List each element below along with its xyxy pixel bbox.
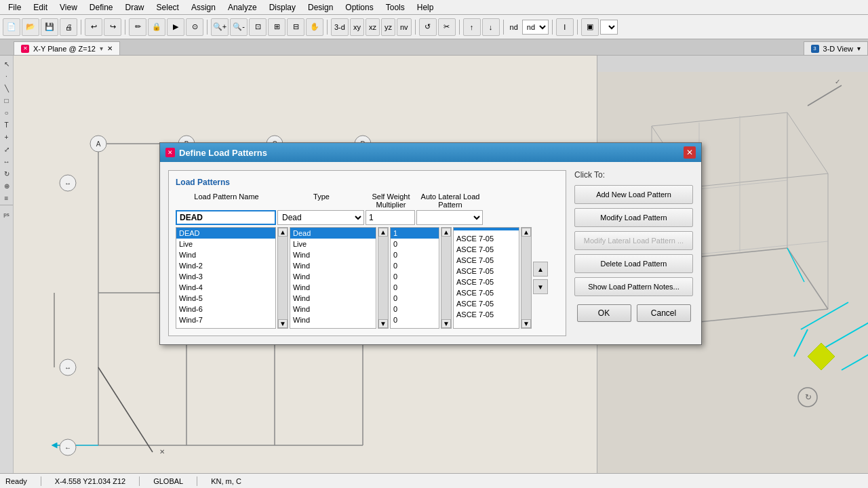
tab-3d-view[interactable]: 3 3-D View ▾ bbox=[804, 41, 868, 55]
toolbar-nd-select[interactable]: nd bbox=[522, 20, 549, 35]
tab-xy-close[interactable]: ▾ bbox=[100, 45, 103, 52]
list-item-wind6-type[interactable]: Wind bbox=[290, 304, 376, 314]
allp-scroll-down[interactable]: ▼ bbox=[521, 319, 531, 328]
tool-ps[interactable]: ps bbox=[1, 209, 12, 220]
list-item-wind6-allp[interactable]: ASCE 7-05 bbox=[454, 287, 519, 298]
menu-analyze[interactable]: Analyze bbox=[222, 1, 262, 14]
list-item-wind7-type[interactable]: Wind bbox=[290, 314, 376, 325]
tool-circle[interactable]: ○ bbox=[1, 107, 12, 118]
toolbar-circle[interactable]: ⊙ bbox=[186, 18, 203, 36]
list-item-wind5-allp[interactable]: ASCE 7-05 bbox=[454, 277, 519, 287]
toolbar-undo[interactable]: ↩ bbox=[85, 18, 102, 36]
list-item-wind4-allp[interactable]: ASCE 7-05 bbox=[454, 266, 519, 277]
name-scroll-down[interactable]: ▼ bbox=[278, 319, 288, 328]
toolbar-save[interactable]: 💾 bbox=[41, 18, 58, 36]
list-item-wind7-swm[interactable]: 0 bbox=[391, 314, 439, 325]
toolbar-print[interactable]: 🖨 bbox=[60, 18, 77, 36]
toolbar-down-arrow[interactable]: ↓ bbox=[482, 18, 500, 36]
list-item-wind5-name[interactable]: Wind-5 bbox=[176, 293, 275, 304]
swm-scroll-up[interactable]: ▲ bbox=[441, 228, 451, 237]
toolbar-up-arrow[interactable]: ↑ bbox=[463, 18, 481, 36]
toolbar-restore[interactable]: ↺ bbox=[419, 18, 437, 36]
list-item-wind7-allp[interactable]: ASCE 7-05 bbox=[454, 298, 519, 309]
show-load-pattern-notes-button[interactable]: Show Load Pattern Notes... bbox=[574, 277, 693, 296]
menu-options[interactable]: Options bbox=[340, 1, 378, 14]
list-item-wind3-allp[interactable]: ASCE 7-05 bbox=[454, 255, 519, 266]
toolbar-display1[interactable]: ▣ bbox=[581, 18, 599, 36]
list-col-types[interactable]: Dead Live Wind Wind Wind Wind Wind Wind … bbox=[290, 227, 376, 329]
toolbar-display-select[interactable] bbox=[600, 20, 618, 35]
list-item-wind2-allp[interactable]: ASCE 7-05 bbox=[454, 244, 519, 255]
toolbar-zoom-fit[interactable]: ⊞ bbox=[268, 18, 285, 36]
name-scroll-up[interactable]: ▲ bbox=[278, 228, 288, 237]
list-item-wind4-swm[interactable]: 0 bbox=[391, 282, 439, 293]
modify-load-pattern-button[interactable]: Modify Load Pattern bbox=[574, 208, 693, 227]
tool-scale[interactable]: ↔ bbox=[1, 156, 12, 167]
type-scroll-up[interactable]: ▲ bbox=[378, 228, 388, 237]
list-item-live-type[interactable]: Live bbox=[290, 239, 376, 249]
list-item-wind6-name[interactable]: Wind-6 bbox=[176, 304, 275, 314]
list-item-wind-type[interactable]: Wind bbox=[290, 249, 376, 260]
list-item-wind5-swm[interactable]: 0 bbox=[391, 293, 439, 304]
list-col-allp[interactable]: ASCE 7-05 ASCE 7-05 ASCE 7-05 ASCE 7-05 … bbox=[453, 227, 519, 329]
load-pattern-type-select[interactable]: Dead Live Wind Snow Seismic bbox=[277, 210, 364, 225]
list-item-wind6-swm[interactable]: 0 bbox=[391, 304, 439, 314]
tool-line[interactable]: ╲ bbox=[1, 83, 12, 94]
tool-unknown2[interactable]: ≡ bbox=[1, 192, 12, 203]
menu-design[interactable]: Design bbox=[302, 1, 338, 14]
tool-rotate[interactable]: ↻ bbox=[1, 168, 12, 179]
list-item-live-swm[interactable]: 0 bbox=[391, 239, 439, 249]
toolbar-zoom-out[interactable]: 🔍- bbox=[230, 18, 248, 36]
tool-select-cursor[interactable]: ↖ bbox=[1, 58, 12, 69]
list-item-wind8-allp[interactable]: ASCE 7-05 bbox=[454, 309, 519, 320]
list-item-dead-type[interactable]: Dead bbox=[290, 228, 376, 239]
menu-draw[interactable]: Draw bbox=[120, 1, 150, 14]
tool-text[interactable]: T bbox=[1, 119, 12, 130]
list-item-wind2-swm[interactable]: 0 bbox=[391, 260, 439, 271]
toolbar-view-nv[interactable]: nv bbox=[397, 18, 412, 36]
toolbar-lock[interactable]: 🔒 bbox=[148, 18, 165, 36]
list-item-wind8-type[interactable]: Wind bbox=[290, 325, 376, 329]
toolbar-pan[interactable]: ✋ bbox=[306, 18, 323, 36]
menu-assign[interactable]: Assign bbox=[186, 1, 221, 14]
tool-move[interactable]: ⤢ bbox=[1, 144, 12, 155]
toolbar-play[interactable]: ▶ bbox=[167, 18, 184, 36]
toolbar-zoom-rect[interactable]: ⊡ bbox=[249, 18, 267, 36]
menu-tools[interactable]: Tools bbox=[380, 1, 410, 14]
auto-lateral-load-pattern-select[interactable]: ASCE 7-05 bbox=[416, 210, 483, 225]
list-col-swm[interactable]: 1 0 0 0 0 0 0 0 0 0 bbox=[390, 227, 439, 329]
menu-display[interactable]: Display bbox=[264, 1, 301, 14]
menu-file[interactable]: File bbox=[3, 1, 26, 14]
list-item-wind3-swm[interactable]: 0 bbox=[391, 271, 439, 282]
type-scroll-down[interactable]: ▼ bbox=[378, 319, 388, 328]
tab-3d-expand[interactable]: ▾ bbox=[857, 45, 861, 52]
allp-scroll-up[interactable]: ▲ bbox=[521, 228, 531, 237]
allp-scrollbar[interactable]: ▲ ▼ bbox=[521, 227, 532, 329]
tool-unknown1[interactable]: ⊕ bbox=[1, 180, 12, 191]
swm-scroll-down[interactable]: ▼ bbox=[441, 319, 451, 328]
toolbar-new[interactable]: 📄 bbox=[3, 18, 20, 36]
list-item-wind3-type[interactable]: Wind bbox=[290, 271, 376, 282]
toolbar-text-cursor[interactable]: I bbox=[556, 18, 574, 36]
toolbar-scissors[interactable]: ✂ bbox=[438, 18, 456, 36]
list-item-wind-allp[interactable]: ASCE 7-05 bbox=[454, 233, 519, 244]
delete-load-pattern-button[interactable]: Delete Load Pattern bbox=[574, 254, 693, 273]
list-item-wind-name[interactable]: Wind bbox=[176, 249, 275, 260]
menu-help[interactable]: Help bbox=[412, 1, 439, 14]
list-item-wind3-name[interactable]: Wind-3 bbox=[176, 271, 275, 282]
swm-scrollbar[interactable]: ▲ ▼ bbox=[441, 227, 452, 329]
toolbar-view-xz[interactable]: xz bbox=[366, 18, 380, 36]
tool-rect[interactable]: □ bbox=[1, 95, 12, 106]
menu-edit[interactable]: Edit bbox=[28, 1, 53, 14]
load-pattern-name-input[interactable] bbox=[176, 210, 276, 225]
list-item-wind7-name[interactable]: Wind-7 bbox=[176, 314, 275, 325]
tool-cross[interactable]: + bbox=[1, 131, 12, 142]
menu-select[interactable]: Select bbox=[151, 1, 184, 14]
toolbar-view-xy[interactable]: xy bbox=[350, 18, 364, 36]
tool-node[interactable]: · bbox=[1, 70, 12, 81]
list-item-dead-swm[interactable]: 1 bbox=[391, 228, 439, 239]
menu-view[interactable]: View bbox=[54, 1, 83, 14]
cancel-button[interactable]: Cancel bbox=[637, 304, 691, 322]
list-col-names[interactable]: DEAD Live Wind Wind-2 Wind-3 Wind-4 Wind… bbox=[176, 227, 276, 329]
toolbar-zoom-in[interactable]: 🔍+ bbox=[211, 18, 229, 36]
